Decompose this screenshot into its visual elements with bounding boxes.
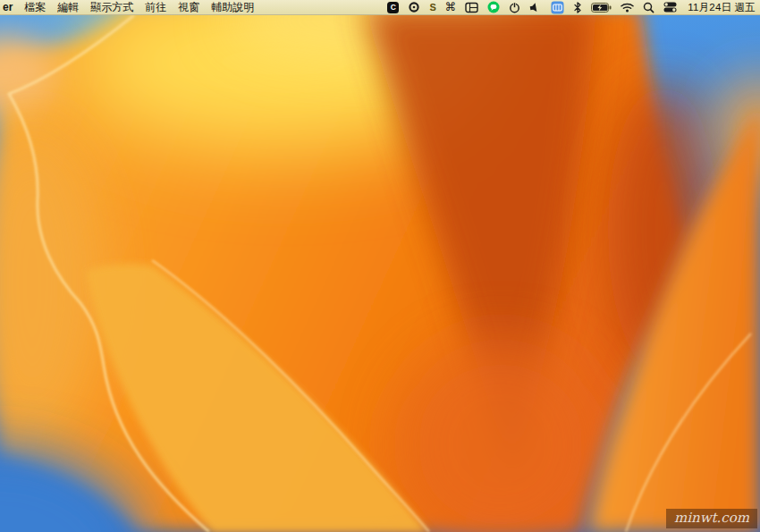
menu-bar-clock[interactable]: 11月24日 週五 xyxy=(686,1,756,14)
line-app-icon[interactable] xyxy=(487,1,500,14)
desktop-wallpaper[interactable] xyxy=(0,15,760,532)
site-watermark: minwt.com xyxy=(666,509,757,528)
camtasia-glyph: C xyxy=(391,3,396,12)
input-method-icon[interactable] xyxy=(551,1,564,14)
screen-record-lens-icon[interactable] xyxy=(408,1,420,14)
control-center-icon[interactable] xyxy=(663,1,677,14)
power-icon[interactable] xyxy=(509,1,520,14)
wifi-icon[interactable] xyxy=(621,1,634,14)
camtasia-icon[interactable]: C xyxy=(387,1,399,14)
menu-view[interactable]: 顯示方式 xyxy=(90,0,133,15)
menu-file[interactable]: 檔案 xyxy=(24,0,46,15)
mute-icon[interactable] xyxy=(529,1,542,14)
app-menu-finder-partial[interactable]: er xyxy=(3,1,13,13)
menu-window[interactable]: 視窗 xyxy=(178,0,199,15)
bluetooth-icon[interactable] xyxy=(573,1,582,14)
window-manager-icon[interactable] xyxy=(465,1,478,14)
menu-edit[interactable]: 編輯 xyxy=(57,0,79,15)
command-icon[interactable]: ⌘ xyxy=(445,1,457,14)
s-glyph: S xyxy=(429,2,435,13)
desktop-screen: er 檔案 編輯 顯示方式 前往 視窗 輔助說明 C S ⌘ xyxy=(0,0,760,532)
command-glyph: ⌘ xyxy=(445,2,457,13)
app-menus: er 檔案 編輯 顯示方式 前往 視窗 輔助說明 xyxy=(0,0,254,15)
menu-go[interactable]: 前往 xyxy=(145,0,166,15)
menu-bar: er 檔案 編輯 顯示方式 前往 視窗 輔助說明 C S ⌘ xyxy=(0,0,760,15)
status-menu-area: C S ⌘ xyxy=(387,1,760,14)
battery-charging-icon[interactable] xyxy=(591,1,612,14)
spotlight-search-icon[interactable] xyxy=(643,1,654,14)
s-app-icon[interactable]: S xyxy=(429,1,435,14)
menu-help[interactable]: 輔助說明 xyxy=(211,0,254,15)
